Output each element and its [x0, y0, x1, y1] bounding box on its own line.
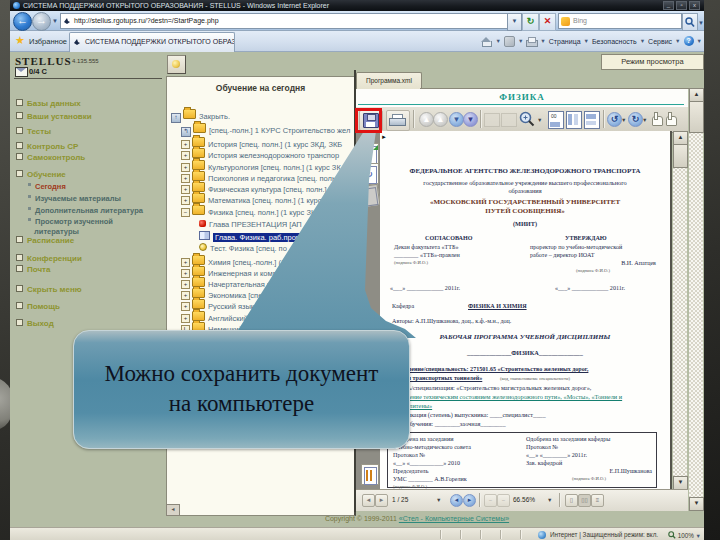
callout-bubble: Можно сохранить документ на компьютере [73, 330, 410, 449]
callout-tail [0, 0, 720, 540]
callout-text: Можно сохранить документ на компьютере [74, 359, 409, 419]
highlight-red-box [355, 108, 382, 133]
presentation-slide: СИСТЕМА ПОДДЕРЖКИ ОТКРЫТОГО ОБРАЗОВАНИЯ … [0, 0, 720, 540]
callout-pointer-mark: ► [381, 134, 387, 140]
